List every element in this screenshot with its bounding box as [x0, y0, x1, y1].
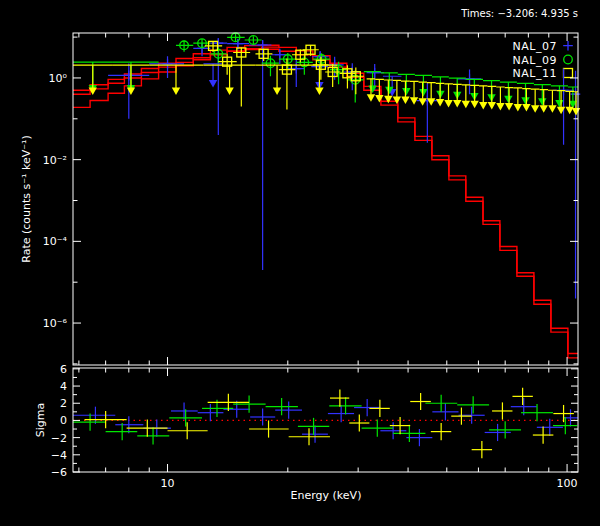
legend-label-nal09: NAL_09	[513, 54, 557, 67]
upper-limit-arrow-icon	[367, 94, 375, 102]
times-label: Times: −3.206: 4.935 s	[460, 8, 578, 19]
tick-label: 10⁰	[49, 72, 68, 85]
upper-limit-arrow-icon	[273, 88, 281, 96]
upper-limit-arrow-icon	[522, 104, 530, 112]
upper-limit-arrow-icon	[538, 98, 546, 106]
legend-marker-square-icon	[564, 69, 573, 78]
residuals-NAL_11	[85, 388, 574, 458]
upper-limit-arrow-icon	[565, 107, 573, 115]
upper-limit-arrow-icon	[470, 101, 478, 109]
tick-label: −4	[51, 449, 67, 462]
upper-limit-arrow-icon	[462, 101, 470, 109]
upper-limit-arrow-icon	[514, 104, 522, 112]
upper-limit-arrow-icon	[444, 100, 452, 108]
upper-limit-arrow-icon	[418, 98, 426, 106]
legend-label-nal07: NAL_07	[513, 40, 557, 53]
upper-limit-arrow-icon	[505, 103, 513, 111]
tick-label: 10	[161, 477, 175, 490]
main-panel-data	[73, 33, 581, 358]
model-line-folded-model-a	[73, 45, 578, 353]
tick-label: 10⁻⁴	[43, 235, 68, 248]
upper-limit-arrow-icon	[504, 96, 512, 104]
tick-label: 10⁻²	[43, 154, 67, 167]
tick-label: 2	[60, 397, 67, 410]
upper-limit-arrow-icon	[436, 99, 444, 107]
sigma-axis-label: Sigma	[34, 403, 47, 437]
tick-label: 4	[60, 380, 67, 393]
upper-limit-arrow-icon	[488, 102, 496, 110]
upper-limit-arrow-icon	[401, 97, 409, 105]
upper-limit-arrow-icon	[402, 88, 410, 96]
tick-label: 6	[60, 363, 67, 376]
upper-limit-arrow-icon	[548, 105, 556, 113]
main-panel-frame	[73, 33, 578, 365]
rate-axis-label: Rate (counts s⁻¹ keV⁻¹)	[20, 135, 33, 263]
tick-label: 0	[60, 414, 67, 427]
model-line-folded-model-b	[73, 49, 578, 358]
upper-limit-arrow-icon	[540, 105, 548, 113]
upper-limit-arrow-icon	[496, 103, 504, 111]
upper-limit-arrow-icon	[531, 105, 539, 113]
upper-limit-arrow-icon	[419, 89, 427, 97]
upper-limit-arrow-icon	[453, 100, 461, 108]
tick-label: 10⁻⁶	[43, 317, 68, 330]
upper-limit-arrow-icon	[127, 88, 135, 96]
spectrum-plot: Times: −3.206: 4.935 s NAL_07 NAL_09 NAL…	[0, 0, 600, 526]
residual-panel-data	[73, 388, 578, 458]
tick-label: −2	[51, 432, 67, 445]
upper-limit-arrow-icon	[384, 96, 392, 104]
upper-limit-arrow-icon	[427, 98, 435, 106]
upper-limit-arrow-icon	[521, 97, 529, 105]
upper-limit-arrow-icon	[225, 88, 233, 96]
series-NAL_09	[73, 33, 578, 108]
upper-limit-arrow-icon	[572, 108, 580, 116]
legend-marker-plus-icon	[563, 41, 573, 51]
energy-axis-label: Energy (keV)	[291, 489, 362, 502]
upper-limit-arrow-icon	[393, 97, 401, 105]
upper-limit-arrow-icon	[209, 80, 217, 88]
upper-limit-arrow-icon	[368, 85, 376, 93]
upper-limit-arrow-icon	[555, 100, 563, 108]
plot-window: Times: −3.206: 4.935 s NAL_07 NAL_09 NAL…	[0, 0, 600, 526]
upper-limit-arrow-icon	[315, 88, 323, 96]
tick-label: −6	[51, 466, 67, 479]
tick-label: 100	[557, 477, 578, 490]
legend-label-nal11: NAL_11	[513, 67, 557, 80]
upper-limit-arrow-icon	[479, 102, 487, 110]
legend-marker-circle-icon	[564, 55, 573, 64]
upper-limit-arrow-icon	[172, 88, 180, 96]
